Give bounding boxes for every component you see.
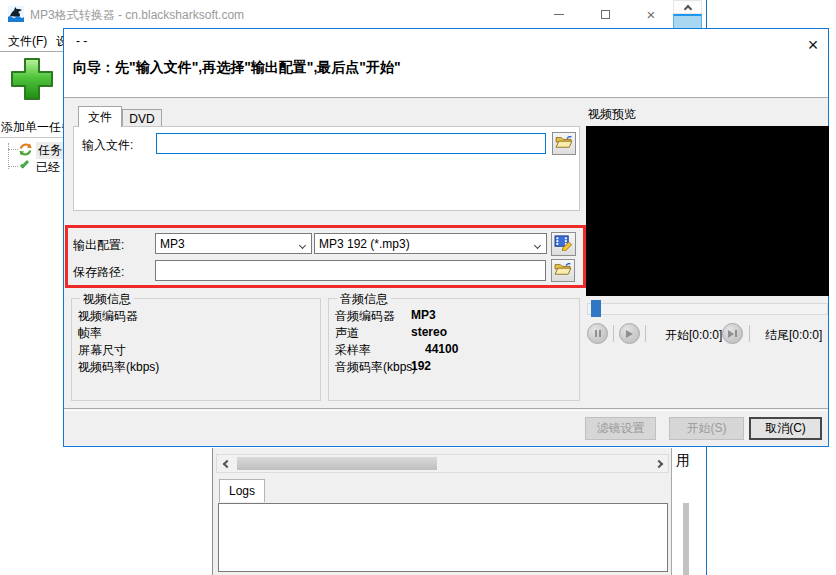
seek-slider-thumb[interactable] <box>591 300 601 317</box>
add-task-button[interactable]: 添加单一任务 <box>9 55 63 121</box>
close-icon: × <box>647 7 656 22</box>
tab-file[interactable]: 文件 <box>78 106 122 127</box>
save-path-label: 保存路径: <box>73 264 124 281</box>
chevron-down-icon <box>300 237 311 251</box>
control-separator <box>613 325 614 342</box>
wizard-heading: 向导：先"输入文件",再选择"输出配置",最后点"开始" <box>73 59 401 77</box>
video-info-row: 屏幕尺寸 <box>78 342 154 359</box>
play-button[interactable] <box>619 323 640 344</box>
video-info-row: 帧率 <box>78 325 154 342</box>
profile-select[interactable]: MP3 192 (*.mp3) <box>314 233 547 254</box>
audio-info-row: 采样率 44100 <box>335 342 458 359</box>
dialog-close-button[interactable]: × <box>802 34 824 56</box>
row-label: 声道 <box>335 325 411 342</box>
footer-divider <box>64 408 828 410</box>
tree-item-done-label: 已经 <box>36 159 63 176</box>
file-tab-panel: 输入文件: <box>73 126 580 211</box>
start-label: 开始(S) <box>687 420 727 437</box>
start-button[interactable]: 开始(S) <box>669 417 744 440</box>
chevron-right-icon <box>654 459 662 467</box>
chevron-up-icon <box>683 4 691 12</box>
audio-info-row: 声道 stereo <box>335 325 447 342</box>
video-preview-area <box>586 126 829 296</box>
background-text: 用 <box>676 452 690 470</box>
row-label: 音频码率(kbps) <box>335 359 411 376</box>
step-bar-icon <box>735 330 737 337</box>
cancel-button[interactable]: 取消(C) <box>749 417 822 440</box>
edit-profile-button[interactable] <box>551 232 576 256</box>
horizontal-scrollbar-thumb[interactable] <box>237 457 437 470</box>
pause-button[interactable] <box>587 323 608 344</box>
check-icon <box>20 159 29 168</box>
close-button[interactable]: × <box>635 0 667 28</box>
wizard-dialog: - - × 向导：先"输入文件",再选择"输出配置",最后点"开始" 文件 DV… <box>63 28 829 447</box>
chevron-down-icon <box>535 237 546 251</box>
tree-item-done[interactable]: 已经 <box>18 158 63 175</box>
input-file-label: 输入文件: <box>82 137 133 154</box>
audio-info-title: 音频信息 <box>337 291 391 308</box>
vertical-scrollbar-up-button[interactable] <box>673 0 702 14</box>
row-label: 帧率 <box>78 325 154 342</box>
plus-icon <box>9 56 55 102</box>
refresh-icon <box>18 142 33 157</box>
maximize-button[interactable] <box>589 0 621 28</box>
row-label: 屏幕尺寸 <box>78 342 154 359</box>
browse-save-path-button[interactable] <box>551 259 575 282</box>
tab-dvd[interactable]: DVD <box>122 109 162 127</box>
cancel-label: 取消(C) <box>765 420 806 437</box>
start-time-label: 开始[0:0:0] <box>665 327 722 344</box>
scrollbar-sliver <box>683 503 689 575</box>
row-value: MP3 <box>411 308 436 325</box>
chevron-left-icon <box>222 459 230 467</box>
scroll-left-button[interactable] <box>217 455 234 472</box>
control-separator <box>749 325 750 342</box>
tree-guide-line <box>8 149 18 150</box>
preview-title: 视频预览 <box>588 106 636 123</box>
row-value: stereo <box>411 325 447 342</box>
row-value: 44100 <box>425 342 458 359</box>
task-tree-panel: 任务 已经 <box>0 137 63 575</box>
play-icon <box>626 330 633 338</box>
pause-icon <box>595 330 601 337</box>
video-info-title: 视频信息 <box>80 291 134 308</box>
tab-dvd-label: DVD <box>129 112 154 126</box>
profile-value: MP3 192 (*.mp3) <box>319 237 410 251</box>
filter-settings-label: 滤镜设置 <box>597 420 645 437</box>
control-separator <box>645 325 646 342</box>
open-folder-icon <box>554 262 572 280</box>
filter-settings-button[interactable]: 滤镜设置 <box>585 417 656 440</box>
open-folder-icon <box>555 135 573 153</box>
format-select[interactable]: MP3 <box>155 233 312 254</box>
menu-file[interactable]: 文件(F) <box>8 33 47 50</box>
browse-input-file-button[interactable] <box>552 132 576 155</box>
output-config-label: 输出配置: <box>73 237 124 254</box>
edit-profile-icon <box>554 234 573 255</box>
row-label: 视频编码器 <box>78 308 154 325</box>
horizontal-scrollbar[interactable] <box>216 454 669 473</box>
video-info-row: 视频编码器 <box>78 308 154 325</box>
input-file-field[interactable] <box>156 133 546 154</box>
close-icon: × <box>808 35 819 56</box>
tree-item-tasks-label: 任务 <box>36 142 63 159</box>
add-task-label: 添加单一任务 <box>1 119 71 136</box>
tree-item-tasks[interactable]: 任务 <box>18 141 63 158</box>
dialog-title: - - <box>76 34 87 48</box>
log-panel: Logs <box>212 448 672 575</box>
row-label: 采样率 <box>335 342 425 359</box>
video-info-row: 视频码率(kbps) <box>78 359 154 376</box>
scroll-right-button[interactable] <box>651 455 668 472</box>
row-value: 192 <box>411 359 431 376</box>
row-label: 音频编码器 <box>335 308 411 325</box>
set-start-button[interactable] <box>722 323 743 344</box>
tree-guide-line <box>8 166 18 167</box>
window-title: MP3格式转换器 - cn.blacksharksoft.com <box>30 7 244 24</box>
log-output-area[interactable] <box>218 503 668 572</box>
save-path-field[interactable] <box>155 260 546 281</box>
minimize-button[interactable] <box>543 0 575 28</box>
tab-logs[interactable]: Logs <box>219 479 265 502</box>
seek-slider[interactable] <box>587 303 828 315</box>
tab-logs-label: Logs <box>229 484 255 498</box>
audio-info-row: 音频编码器 MP3 <box>335 308 436 325</box>
end-time-label: 结尾[0:0:0] <box>765 327 822 344</box>
menu-partial[interactable]: 设 <box>56 33 63 50</box>
